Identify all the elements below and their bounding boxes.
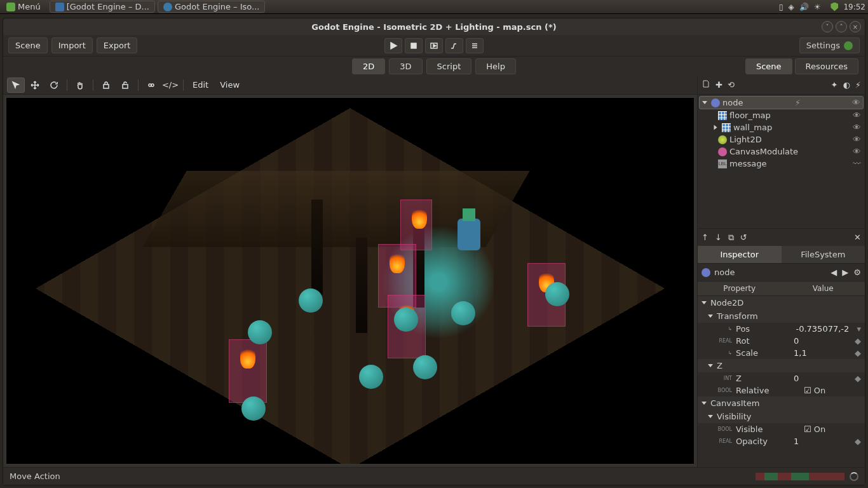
taskbar-item-2[interactable]: Godot Engine – Iso... xyxy=(158,1,266,13)
sphere-gizmo[interactable] xyxy=(413,355,437,379)
script-icon[interactable]: ⚡ xyxy=(855,80,861,90)
visibility-icon[interactable]: 👁 xyxy=(853,111,861,120)
export-menu[interactable]: Export xyxy=(97,37,138,53)
tree-node-light[interactable]: Light2D👁 xyxy=(699,133,864,146)
sphere-gizmo[interactable] xyxy=(359,365,383,389)
tree-node-message[interactable]: LBLmessage〰 xyxy=(699,158,864,170)
visibility-icon[interactable]: 👁 xyxy=(853,123,861,132)
visibility-icon[interactable]: 👁 xyxy=(853,135,861,144)
sphere-gizmo[interactable] xyxy=(451,301,475,325)
groups-icon[interactable]: ◐ xyxy=(843,80,850,90)
move-down-icon[interactable]: ↓ xyxy=(715,233,722,242)
tree-node-wall[interactable]: wall_map👁 xyxy=(699,121,864,133)
settings-play-button[interactable] xyxy=(466,38,484,53)
wifi-icon[interactable]: ◈ xyxy=(788,3,794,11)
sphere-gizmo[interactable] xyxy=(248,320,272,344)
inspector-body[interactable]: Node2D Transform ↳Pos-0.735077,-2▾ REALR… xyxy=(698,296,865,467)
prop-rot[interactable]: REALRot0◆ xyxy=(698,335,865,347)
expand-icon[interactable] xyxy=(702,101,707,104)
group-tool[interactable] xyxy=(142,78,160,93)
instance-icon[interactable]: ⟲ xyxy=(728,80,735,90)
settings-button[interactable]: Settings xyxy=(799,37,860,53)
panel-tab-resources[interactable]: Resources xyxy=(795,58,858,74)
section-canvasitem[interactable]: CanvasItem xyxy=(698,396,865,410)
prop-pos[interactable]: ↳Pos-0.735077,-2▾ xyxy=(698,323,865,335)
play-scene-button[interactable] xyxy=(425,38,443,53)
torch-sprite[interactable] xyxy=(229,339,267,403)
pan-tool[interactable] xyxy=(71,78,89,93)
section-node2d[interactable]: Node2D xyxy=(698,296,865,309)
prop-opacity[interactable]: REALOpacity1◆ xyxy=(698,435,865,447)
node-label: message xyxy=(729,159,766,168)
tab-inspector[interactable]: Inspector xyxy=(698,246,782,263)
history-back-icon[interactable]: ◀ xyxy=(831,268,837,277)
duplicate-icon[interactable]: ⧉ xyxy=(728,233,734,243)
visibility-icon[interactable]: 👁 xyxy=(852,98,860,107)
tab-help[interactable]: Help xyxy=(475,58,516,74)
scene-tree[interactable]: node ⚡ 👁 floor_map👁 wall_map👁 Light2D👁 C… xyxy=(698,95,865,228)
scene-menu[interactable]: Scene xyxy=(8,37,48,53)
section-transform[interactable]: Transform xyxy=(698,309,865,323)
section-z[interactable]: Z xyxy=(698,359,865,372)
select-tool[interactable] xyxy=(7,78,25,93)
battery-icon[interactable]: ▯ xyxy=(779,3,783,11)
sphere-gizmo[interactable] xyxy=(545,282,569,306)
move-tool[interactable] xyxy=(26,78,44,93)
connect-icon[interactable]: ✦ xyxy=(831,80,838,90)
node-label: node xyxy=(722,98,743,107)
prop-relative[interactable]: BOOLRelative☑ On xyxy=(698,384,865,396)
unlock-tool[interactable] xyxy=(116,78,134,93)
section-visibility[interactable]: Visibility xyxy=(698,410,865,423)
os-menu[interactable]: Menú xyxy=(3,0,44,13)
volume-icon[interactable]: 🔊 xyxy=(799,3,809,11)
tree-node-floor[interactable]: floor_map👁 xyxy=(699,109,864,121)
new-node-icon[interactable] xyxy=(702,79,710,90)
tree-node-canvas[interactable]: CanvasModulate👁 xyxy=(699,146,864,158)
expand-icon[interactable] xyxy=(714,125,717,130)
sphere-gizmo[interactable] xyxy=(241,396,266,421)
2d-viewport[interactable] xyxy=(6,98,694,464)
shield-icon[interactable] xyxy=(831,3,838,11)
update-available-icon xyxy=(844,41,853,50)
delete-node-icon[interactable]: ✕ xyxy=(854,233,861,242)
rotate-tool[interactable] xyxy=(45,78,63,93)
clock[interactable]: 19:52 xyxy=(843,3,865,11)
prop-visible[interactable]: BOOLVisible☑ On xyxy=(698,423,865,435)
maximize-button[interactable]: ˄ xyxy=(836,21,847,32)
edit-menu[interactable]: Edit xyxy=(187,80,214,90)
visibility-icon[interactable]: 👁 xyxy=(853,147,861,156)
script-tool[interactable]: </> xyxy=(161,78,179,93)
player-sprite[interactable] xyxy=(458,219,480,250)
reparent-icon[interactable]: ↺ xyxy=(740,233,747,242)
panel-tab-scene[interactable]: Scene xyxy=(745,58,792,74)
view-menu[interactable]: View xyxy=(215,80,245,90)
add-node-icon[interactable]: ✚ xyxy=(715,80,722,90)
tree-node-root[interactable]: node ⚡ 👁 xyxy=(699,96,864,109)
import-menu[interactable]: Import xyxy=(51,37,93,53)
minimize-button[interactable]: ˅ xyxy=(822,21,833,32)
move-up-icon[interactable]: ↑ xyxy=(702,233,709,242)
titlebar[interactable]: Godot Engine - Isometric 2D + Lighting -… xyxy=(3,18,865,35)
tab-script[interactable]: Script xyxy=(426,58,472,74)
tab-2d[interactable]: 2D xyxy=(352,58,385,74)
play-button[interactable] xyxy=(384,38,402,53)
performance-graph[interactable] xyxy=(756,473,844,480)
prop-z[interactable]: INTZ0◆ xyxy=(698,372,865,384)
torch-sprite[interactable] xyxy=(400,200,432,250)
tab-3d[interactable]: 3D xyxy=(389,58,422,74)
debug-button[interactable] xyxy=(445,38,463,53)
stop-button[interactable] xyxy=(405,38,423,53)
visibility-icon[interactable]: 〰 xyxy=(853,159,861,168)
sphere-gizmo[interactable] xyxy=(394,308,418,332)
sphere-gizmo[interactable] xyxy=(299,288,323,313)
brightness-icon[interactable]: ☀ xyxy=(814,3,821,11)
tab-filesystem[interactable]: FileSystem xyxy=(782,246,865,263)
close-button[interactable]: × xyxy=(850,21,861,32)
inspector-menu-icon[interactable]: ⚙ xyxy=(853,268,861,277)
taskbar-item-1[interactable]: [Godot Engine – D... xyxy=(50,1,155,13)
prop-scale[interactable]: ↳Scale1,1◆ xyxy=(698,347,865,359)
history-fwd-icon[interactable]: ▶ xyxy=(842,268,848,277)
separator xyxy=(183,79,184,91)
script-attach-icon[interactable]: ⚡ xyxy=(795,98,801,107)
lock-tool[interactable] xyxy=(97,78,115,93)
